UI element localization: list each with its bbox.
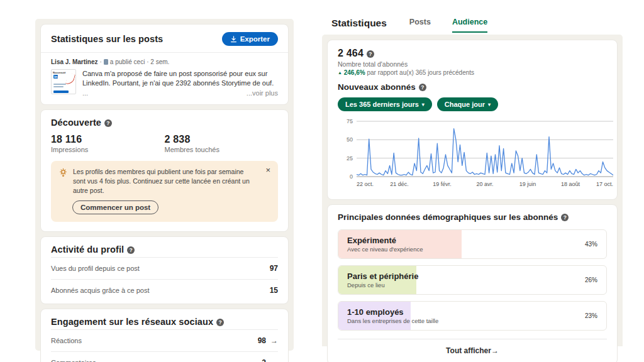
see-more-link[interactable]: ...voir plus [247, 89, 278, 97]
post-author-name: Lisa J. Martinez [51, 58, 97, 65]
help-icon[interactable]: ? [127, 246, 135, 254]
profile-activity-rows: Vues du profil depuis ce post97Abonnés a… [41, 257, 288, 304]
tab-posts[interactable]: Posts [409, 18, 431, 33]
demographic-labels: Paris et périphérieDepuis ce lieu [347, 272, 418, 288]
thumb-caption: Nouveauté [53, 71, 65, 74]
up-arrow-icon: ▲ [338, 70, 342, 75]
stat-value: 2 838 [165, 134, 279, 145]
show-all-link[interactable]: Tout afficher→ [338, 339, 607, 356]
demographic-sublabel: Depuis ce lieu [347, 282, 418, 288]
stat-label: Membres touchés [165, 146, 279, 153]
discovery-stats: 18 116Impressions2 838Membres touchés [41, 133, 288, 153]
post-stats-panel: Statistiques sur les posts Exporter Lisa… [35, 19, 294, 351]
demographic-percentage: 23% [585, 312, 597, 319]
metric-label: Vues du profil depuis ce post [51, 265, 140, 272]
help-icon[interactable]: ? [367, 50, 374, 58]
metric-value-number: 2 [262, 358, 266, 362]
arrow-right-icon: → [491, 346, 499, 355]
x-tick-label: 21 déc. [390, 181, 409, 187]
demographic-labels: ExpérimentéAvec ce niveau d'expérience [347, 236, 423, 253]
discovery-title: Découverte? [51, 118, 112, 128]
dot-separator: · [99, 58, 101, 65]
download-icon [230, 36, 237, 43]
post-stats-card: Statistiques sur les posts Exporter Lisa… [40, 24, 289, 105]
metric-row[interactable]: Réactions98→ [51, 329, 278, 351]
x-tick-label: 19 juin [519, 181, 536, 187]
total-followers-label: Nombre total d'abonnés [338, 60, 607, 68]
filter-dropdown-0[interactable]: Les 365 derniers jours▾ [338, 97, 432, 111]
post-ellipsis: ... [82, 89, 88, 97]
demographic-content: Paris et périphérieDepuis ce lieu26% [338, 266, 606, 294]
filter-dropdown-1[interactable]: Chaque jour▾ [437, 97, 498, 111]
statistics-header: Statistiques PostsAudience [331, 18, 487, 33]
chart-filters: Les 365 derniers jours▾Chaque jour▾ [338, 97, 607, 111]
demographic-percentage: 43% [585, 241, 597, 248]
demographic-label: Paris et périphérie [347, 272, 418, 281]
x-tick-label: 19 févr. [433, 181, 452, 187]
author-badge-icon [104, 59, 108, 65]
arrow-right-icon[interactable]: → [270, 358, 278, 362]
engagement-card: Engagement sur les réseaux sociaux? Réac… [40, 309, 289, 362]
demographic-row[interactable]: 1-10 employésDans les entreprises de cet… [338, 301, 607, 331]
demographics-rows: ExpérimentéAvec ce niveau d'expérience43… [338, 229, 607, 331]
discovery-stat: 18 116Impressions [51, 134, 165, 153]
metric-value: 15 [270, 286, 278, 295]
help-icon[interactable]: ? [561, 214, 569, 221]
x-tick-label: 22 oct. [357, 181, 374, 187]
x-tick-label: 18 août [561, 181, 580, 187]
demographic-row[interactable]: ExpérimentéAvec ce niveau d'expérience43… [338, 229, 607, 259]
tab-bar: PostsAudience [409, 18, 487, 33]
arrow-right-icon[interactable]: → [270, 336, 278, 345]
metric-value: 98→ [258, 336, 278, 345]
post-author-meta: a publié ceci · 2 sem. [110, 58, 170, 65]
audience-panel: 2 464? Nombre total d'abonnés ▲ 246,6% p… [322, 35, 623, 346]
x-tick-label: 20 avr. [476, 181, 493, 187]
linkedin-logo-icon: in [53, 75, 58, 79]
metric-value-number: 98 [258, 336, 266, 345]
thumb-line [53, 84, 66, 85]
metric-label: Réactions [51, 337, 82, 344]
start-post-button[interactable]: Commencer un post [72, 200, 158, 214]
chevron-down-icon: ▾ [422, 102, 425, 107]
demographic-content: 1-10 employésDans les entreprises de cet… [338, 302, 606, 330]
metric-value-number: 97 [270, 264, 278, 273]
help-icon[interactable]: ? [216, 319, 224, 326]
thumb-swoosh [65, 73, 75, 85]
y-tick-label: 50 [347, 136, 353, 143]
followers-delta: ▲ 246,6% par rapport au(x) 365 jours pré… [338, 69, 607, 76]
metric-value: 2→ [262, 358, 278, 362]
followers-line-series [357, 129, 613, 175]
engagement-title: Engagement sur les réseaux sociaux? [51, 317, 224, 327]
export-button-label: Exporter [240, 35, 270, 43]
tip-box: × Les profils des membres qui publient u… [51, 161, 278, 222]
post-text: Canva m'a proposé de faire un post spons… [82, 69, 278, 89]
post-author-line: Lisa J. Martinez · a publié ceci · 2 sem… [51, 58, 278, 65]
filter-label: Chaque jour [445, 101, 485, 108]
tab-audience[interactable]: Audience [452, 18, 487, 33]
demographics-title: Principales données démographiques sur l… [338, 212, 607, 222]
engagement-rows: Réactions98→Commentaires2→Republications… [41, 329, 288, 362]
export-button[interactable]: Exporter [222, 32, 278, 46]
discovery-card: Découverte? 18 116Impressions2 838Membre… [40, 109, 289, 233]
y-tick-label: 75 [347, 118, 353, 124]
demographic-row[interactable]: Paris et périphérieDepuis ce lieu26% [338, 265, 607, 295]
help-icon[interactable]: ? [419, 84, 426, 91]
metric-row[interactable]: Commentaires2→ [51, 351, 278, 362]
help-icon[interactable]: ? [104, 119, 112, 127]
y-tick-label: 25 [347, 155, 353, 162]
metric-value-number: 15 [270, 286, 278, 295]
metric-label: Commentaires [51, 359, 96, 362]
close-icon[interactable]: × [265, 166, 270, 174]
metric-value: 97 [270, 264, 278, 273]
post-thumbnail: Nouveauté in [51, 69, 76, 94]
metric-label: Abonnés acquis grâce à ce post [51, 287, 150, 294]
tip-text: Les profils des membres qui publient une… [73, 167, 270, 196]
line-chart-svg: 755025022 oct.21 déc.19 févr.20 avr.19 j… [338, 116, 617, 190]
x-tick-label: 17 oct. [596, 181, 613, 187]
y-tick-label: 0 [350, 173, 353, 180]
stat-label: Impressions [51, 146, 165, 153]
demographic-sublabel: Dans les entreprises de cette taille [347, 317, 438, 324]
post-preview[interactable]: Lisa J. Martinez · a publié ceci · 2 sem… [41, 53, 288, 104]
profile-activity-card: Activité du profil? Vues du profil depui… [40, 236, 289, 304]
demographic-label: Expérimenté [347, 236, 423, 245]
